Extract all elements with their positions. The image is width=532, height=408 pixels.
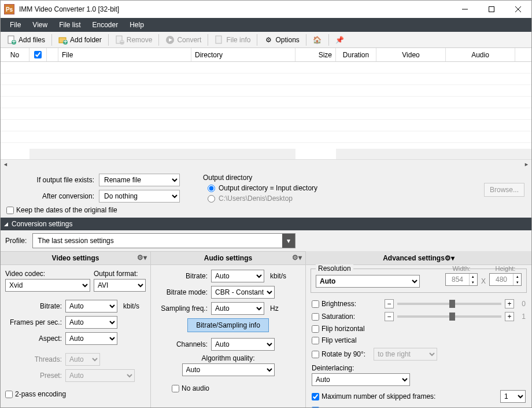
if-exists-select[interactable]: Rename file <box>99 174 180 186</box>
maximize-button[interactable] <box>478 1 505 18</box>
algorithm-quality-select[interactable]: Auto <box>182 363 275 376</box>
col-no[interactable]: No <box>1 48 29 61</box>
two-pass-label: 2-pass encoding <box>15 390 66 398</box>
bitrate-sampling-info-button[interactable]: Bitrate/Sampling info <box>187 318 269 332</box>
deinterlacing-select[interactable]: Auto <box>312 373 410 386</box>
channels-select[interactable]: Auto <box>211 338 275 351</box>
gear-icon: ⚙ <box>264 35 273 45</box>
keep-dates-checkbox[interactable] <box>6 207 14 214</box>
add-folder-button[interactable]: + Add folder <box>54 34 106 46</box>
convert-button[interactable]: Convert <box>161 34 205 46</box>
select-all-checkbox[interactable] <box>34 51 42 58</box>
pin-icon: 📌 <box>335 35 345 45</box>
max-skipped-select[interactable]: 1 <box>500 390 526 403</box>
col-file[interactable]: File <box>58 48 191 61</box>
menu-encoder[interactable]: Encoder <box>86 18 124 32</box>
saturation-checkbox[interactable] <box>312 313 319 321</box>
col-size[interactable]: Size <box>295 48 336 61</box>
advanced-gear-icon[interactable]: ⚙▾ <box>445 254 455 262</box>
brightness-minus[interactable]: − <box>385 299 394 308</box>
resolution-legend: Resolution <box>316 264 353 273</box>
scroll-right-icon[interactable]: ► <box>522 160 531 170</box>
remove-label: Remove <box>127 36 153 44</box>
add-folder-label: Add folder <box>70 36 102 44</box>
brightness-slider[interactable] <box>397 303 501 305</box>
svg-rect-1 <box>489 7 494 12</box>
no-audio-label: No audio <box>182 384 209 392</box>
brightness-value: 0 <box>518 300 526 308</box>
horizontal-scrollbar[interactable]: ◄ ► <box>1 159 531 169</box>
channels-label: Channels: <box>156 340 208 348</box>
chevron-down-icon[interactable]: ▾ <box>282 234 295 248</box>
output-path-radio[interactable] <box>208 195 215 203</box>
conversion-settings-bar[interactable]: ◢ Conversion settings <box>1 218 531 230</box>
col-video[interactable]: Video <box>376 48 446 61</box>
audio-settings-title: Audio settings <box>204 254 252 262</box>
scroll-left-icon[interactable]: ◄ <box>1 160 10 170</box>
menu-help[interactable]: Help <box>124 18 150 32</box>
flip-horizontal-checkbox[interactable] <box>312 325 319 333</box>
home-button[interactable]: 🏠 <box>309 34 326 46</box>
browse-button[interactable]: Browse... <box>484 183 524 197</box>
add-folder-icon: + <box>58 35 68 45</box>
svg-text:+: + <box>64 38 68 45</box>
after-conversion-label: After conversion: <box>6 192 99 200</box>
file-info-label: File info <box>226 36 250 44</box>
saturation-value: 1 <box>518 313 526 321</box>
output-eq-input-radio[interactable] <box>208 185 215 192</box>
flip-vertical-checkbox[interactable] <box>312 337 319 344</box>
bitrate-mode-select[interactable]: CBR - Constant <box>211 286 275 299</box>
sampling-freq-unit: Hz <box>270 304 279 313</box>
two-pass-checkbox[interactable] <box>5 391 13 398</box>
brightness-label: Brightness: <box>322 300 356 308</box>
brightness-plus[interactable]: + <box>505 299 514 308</box>
resolution-select[interactable]: Auto <box>316 275 420 288</box>
video-codec-label: Video codec: <box>5 270 88 278</box>
menu-filelist[interactable]: File list <box>53 18 86 32</box>
minimize-button[interactable] <box>452 1 478 18</box>
profile-select[interactable]: The last session settings ▾ <box>32 233 295 248</box>
deinterlacing-label: Deinterlacing: <box>306 362 531 372</box>
col-audio[interactable]: Audio <box>446 48 515 61</box>
close-button[interactable] <box>505 1 531 18</box>
menu-file[interactable]: File <box>4 18 27 32</box>
saturation-minus[interactable]: − <box>385 312 394 321</box>
svg-text:−: − <box>120 37 124 45</box>
audio-bitrate-select[interactable]: Auto <box>211 270 264 282</box>
col-duration[interactable]: Duration <box>336 48 376 61</box>
col-icon[interactable] <box>47 48 58 61</box>
audio-gear-icon[interactable]: ⚙▾ <box>292 253 302 262</box>
app-icon: Ps <box>4 4 14 14</box>
width-spinner[interactable]: 854▴▾ <box>445 273 478 286</box>
video-gear-icon[interactable]: ⚙▾ <box>137 253 147 262</box>
fps-select[interactable]: Auto <box>65 316 117 329</box>
saturation-label: Saturation: <box>322 313 355 321</box>
video-codec-select[interactable]: Xvid <box>5 279 90 292</box>
rotate-checkbox[interactable] <box>312 351 319 358</box>
col-directory[interactable]: Directory <box>191 48 295 61</box>
sampling-freq-select[interactable]: Auto <box>211 302 264 315</box>
brightness-checkbox[interactable] <box>312 300 319 308</box>
options-button[interactable]: ⚙ Options <box>260 34 303 46</box>
col-check[interactable] <box>29 48 47 61</box>
video-bitrate-select[interactable]: Auto <box>65 300 117 313</box>
file-info-icon <box>215 35 224 45</box>
saturation-slider[interactable] <box>397 315 501 318</box>
profile-value: The last session settings <box>33 234 282 248</box>
no-audio-checkbox[interactable] <box>172 385 179 392</box>
saturation-plus[interactable]: + <box>505 312 514 321</box>
x-separator: X <box>481 277 486 285</box>
height-spinner[interactable]: 480▴▾ <box>489 273 522 286</box>
advanced-settings-title: Advanced settings <box>383 254 445 262</box>
max-skipped-checkbox[interactable] <box>312 393 319 400</box>
menu-view[interactable]: View <box>27 18 53 32</box>
remove-button[interactable]: − Remove <box>111 34 157 46</box>
pin-button[interactable]: 📌 <box>331 34 349 46</box>
audio-bitrate-label: Bitrate: <box>156 272 208 280</box>
output-format-select[interactable]: AVI <box>94 279 146 292</box>
add-files-button[interactable]: + Add files <box>3 34 49 46</box>
aspect-select[interactable]: Auto <box>65 332 117 345</box>
after-conversion-select[interactable]: Do nothing <box>99 190 180 203</box>
height-label: Height: <box>489 265 522 272</box>
file-info-button[interactable]: File info <box>210 34 254 46</box>
